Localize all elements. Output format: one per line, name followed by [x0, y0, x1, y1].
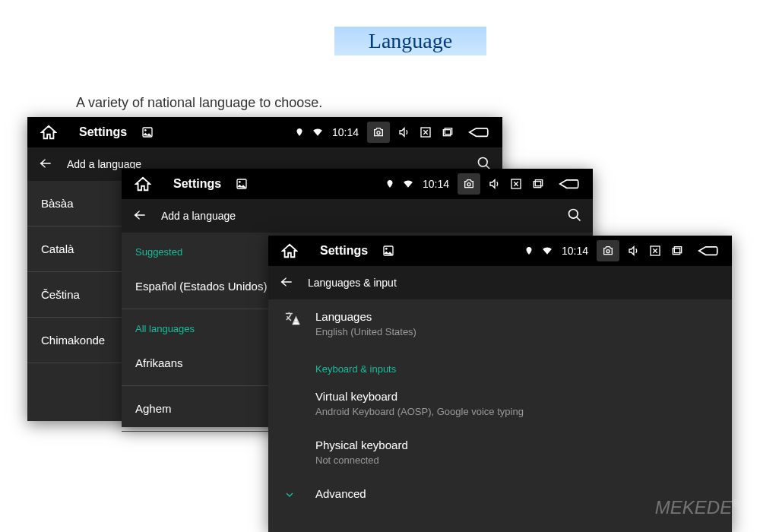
home-icon[interactable]: [40, 124, 57, 141]
svg-point-15: [385, 248, 388, 250]
camera-icon[interactable]: [458, 173, 480, 195]
page-title: Languages & input: [308, 277, 721, 289]
volume-icon[interactable]: [397, 126, 411, 138]
svg-point-2: [377, 131, 380, 135]
close-app-icon[interactable]: [419, 126, 432, 138]
title-text: Language: [369, 29, 452, 53]
camera-icon[interactable]: [597, 240, 619, 261]
picture-icon: [236, 178, 248, 190]
language-label: Čeština: [41, 288, 80, 301]
language-label: Afrikaans: [135, 356, 183, 369]
svg-point-9: [467, 183, 470, 186]
row-subtitle: Android Keyboard (AOSP), Google voice ty…: [315, 406, 715, 417]
watermark: MEKEDE®: [655, 497, 739, 518]
page-title: Add a language: [161, 210, 567, 222]
picture-icon: [382, 245, 394, 257]
location-icon: [385, 179, 394, 189]
row-title: Languages: [315, 310, 715, 323]
svg-point-8: [239, 181, 241, 183]
language-label: Català: [41, 242, 74, 255]
back-icon[interactable]: [559, 178, 580, 190]
svg-point-6: [479, 157, 488, 166]
wifi-icon: [312, 127, 324, 138]
row-title: Physical keyboard: [315, 439, 715, 451]
app-title: Settings: [79, 125, 127, 139]
recent-icon[interactable]: [440, 126, 454, 138]
clock-time: 10:14: [562, 245, 588, 257]
back-icon[interactable]: [698, 245, 719, 257]
page-header: Languages & input: [268, 266, 732, 299]
camera-icon[interactable]: [367, 122, 390, 143]
page-header: Add a language: [122, 199, 593, 233]
system-bar: Settings 10:14: [268, 236, 732, 266]
screenshot-panel-3: Settings 10:14 Languages & input Languag…: [268, 236, 732, 532]
translate-icon: [283, 310, 300, 330]
row-subtitle: English (United States): [315, 326, 715, 337]
watermark-text: MEKEDE: [655, 497, 732, 518]
title-banner: Language: [334, 27, 486, 55]
app-title: Settings: [320, 244, 368, 258]
physical-keyboard-row[interactable]: Physical keyboard Not connected: [268, 428, 732, 477]
back-arrow-icon[interactable]: [132, 207, 147, 225]
subtitle: A variety of national language to choose…: [76, 95, 322, 111]
volume-icon[interactable]: [627, 245, 641, 257]
close-app-icon[interactable]: [509, 178, 523, 190]
picture-icon: [141, 126, 154, 138]
row-subtitle: Not connected: [315, 454, 715, 466]
close-app-icon[interactable]: [648, 245, 662, 257]
app-title: Settings: [173, 177, 221, 191]
wifi-icon: [402, 179, 414, 189]
svg-point-1: [144, 129, 147, 131]
back-icon[interactable]: [468, 126, 489, 138]
location-icon: [524, 245, 534, 256]
clock-time: 10:14: [332, 126, 359, 138]
language-label: Bàsàa: [41, 197, 74, 210]
recent-icon[interactable]: [530, 178, 544, 190]
back-arrow-icon[interactable]: [279, 274, 294, 292]
language-label: Chimakonde: [41, 334, 105, 347]
row-title: Virtual keyboard: [315, 390, 715, 403]
home-icon[interactable]: [281, 242, 298, 259]
volume-icon[interactable]: [488, 178, 502, 190]
recent-icon[interactable]: [670, 245, 683, 257]
system-bar: Settings 10:14: [27, 117, 502, 147]
languages-row[interactable]: Languages English (United States): [268, 299, 732, 348]
virtual-keyboard-row[interactable]: Virtual keyboard Android Keyboard (AOSP)…: [268, 379, 732, 428]
language-label: Español (Estados Unidos): [135, 280, 267, 293]
keyboard-section-label: Keyboard & inputs: [268, 348, 732, 379]
svg-point-13: [569, 209, 578, 218]
wifi-icon: [541, 245, 553, 256]
chevron-down-icon: [283, 489, 296, 504]
location-icon: [295, 127, 304, 138]
search-icon[interactable]: [567, 207, 582, 225]
system-bar: Settings 10:14: [122, 169, 593, 199]
clock-time: 10:14: [423, 178, 449, 190]
back-arrow-icon[interactable]: [38, 156, 53, 173]
svg-point-16: [606, 250, 610, 253]
language-label: Aghem: [135, 402, 172, 415]
home-icon[interactable]: [135, 176, 151, 192]
